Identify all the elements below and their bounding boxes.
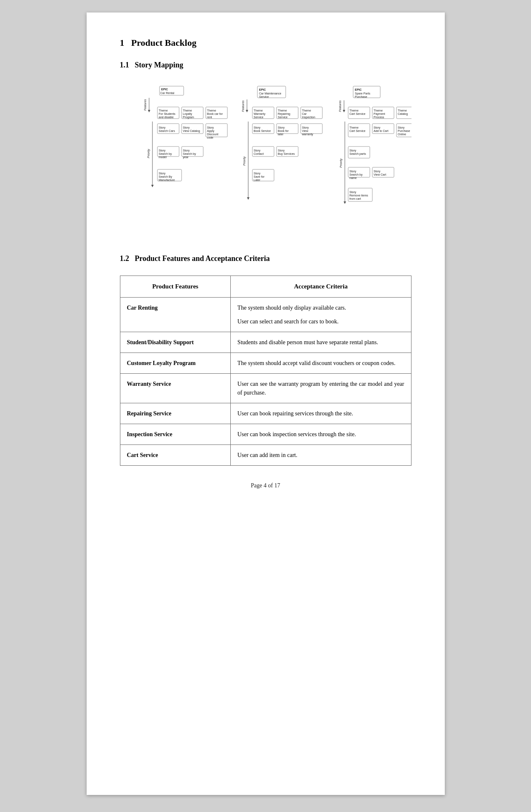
svg-text:Theme: Theme <box>207 109 216 112</box>
svg-text:Online: Online <box>398 133 406 136</box>
criteria-cell: User can see the warranty program by ent… <box>231 373 411 403</box>
col-acceptance-criteria-header: Acceptance Criteria <box>231 276 411 298</box>
svg-text:later: later <box>278 133 284 136</box>
svg-text:Search By: Search By <box>159 175 172 179</box>
svg-text:Story: Story <box>159 149 166 152</box>
svg-text:Story: Story <box>159 126 166 129</box>
svg-text:Theme: Theme <box>254 109 263 112</box>
table-row: Repairing ServiceUser can book repairing… <box>120 403 411 424</box>
svg-text:Book car for: Book car for <box>207 112 223 115</box>
svg-text:Story: Story <box>349 149 356 152</box>
svg-text:Search by: Search by <box>183 152 196 156</box>
svg-text:Theme: Theme <box>374 109 383 112</box>
col-product-features-header: Product Features <box>120 276 231 298</box>
svg-text:Book for: Book for <box>278 129 289 132</box>
svg-text:Contact: Contact <box>254 152 264 155</box>
criteria-cell: The system should only display available… <box>231 297 411 332</box>
svg-text:Warranty: Warranty <box>254 112 266 116</box>
svg-text:Manufacture: Manufacture <box>159 179 175 181</box>
svg-text:Features: Features <box>242 100 244 112</box>
svg-text:Program: Program <box>183 116 194 119</box>
svg-text:Features: Features <box>144 99 147 111</box>
svg-text:Story: Story <box>278 149 285 152</box>
svg-text:Repairing: Repairing <box>278 112 290 116</box>
svg-text:Discount: Discount <box>207 133 218 136</box>
svg-text:year: year <box>183 156 189 159</box>
svg-text:Add to Cart: Add to Cart <box>374 129 388 132</box>
svg-text:Story: Story <box>374 126 381 129</box>
feature-cell: Inspection Service <box>120 424 231 444</box>
criteria-cell: User can book repairing services through… <box>231 403 411 424</box>
svg-text:Search parts: Search parts <box>349 152 366 156</box>
svg-text:Buy Services: Buy Services <box>278 152 295 156</box>
svg-text:Service: Service <box>259 95 269 98</box>
svg-text:Remove items: Remove items <box>349 194 368 197</box>
svg-text:Story: Story <box>302 126 309 129</box>
svg-text:Book Service: Book Service <box>254 129 271 132</box>
svg-text:Priority: Priority <box>339 159 343 168</box>
table-row: Cart ServiceUser can add item in cart. <box>120 444 411 465</box>
section-1-title: 1 Product Backlog <box>120 37 411 48</box>
svg-text:Save for: Save for <box>254 175 265 178</box>
svg-text:Cart Service: Cart Service <box>349 112 366 115</box>
svg-text:Payment: Payment <box>374 112 385 116</box>
criteria-cell: The system should accept valid discount … <box>231 353 411 373</box>
feature-cell: Customer Loyalty Program <box>120 353 231 373</box>
section-1-2: 1.2 Product Features and Acceptance Crit… <box>120 254 411 466</box>
svg-text:EPIC: EPIC <box>355 88 361 91</box>
svg-text:Theme: Theme <box>349 126 359 129</box>
svg-text:Purchase: Purchase <box>398 129 410 132</box>
svg-text:Later: Later <box>254 179 261 181</box>
story-map-diagram: EPIC Car Rental Features Theme For Stude… <box>120 82 411 238</box>
page-container: 1 Product Backlog 1.1 Story Mapping EPIC… <box>87 12 445 795</box>
svg-text:code: code <box>207 136 213 139</box>
svg-text:Story: Story <box>349 191 356 194</box>
svg-text:Story: Story <box>278 126 285 129</box>
svg-text:and disable: and disable <box>159 116 174 119</box>
svg-text:Loyalty: Loyalty <box>183 112 192 116</box>
feature-cell: Student/Disability Support <box>120 332 231 353</box>
table-row: Warranty ServiceUser can see the warrant… <box>120 373 411 403</box>
criteria-cell: Students and disable person must have se… <box>231 332 411 353</box>
criteria-cell: User can book inspection services throug… <box>231 424 411 444</box>
svg-text:warranty: warranty <box>302 133 313 136</box>
svg-text:Story: Story <box>374 170 381 173</box>
svg-text:EPIC: EPIC <box>161 88 168 91</box>
svg-text:rent: rent <box>207 116 212 119</box>
svg-text:Service: Service <box>278 116 287 119</box>
svg-text:Features: Features <box>339 100 342 112</box>
svg-text:Story: Story <box>349 170 356 173</box>
svg-text:Search by: Search by <box>349 173 363 176</box>
svg-text:Apply: Apply <box>207 129 214 133</box>
svg-text:Process: Process <box>374 116 384 119</box>
svg-text:Priority: Priority <box>147 149 150 158</box>
svg-text:Theme: Theme <box>159 109 168 112</box>
svg-text:Purchase: Purchase <box>355 95 367 98</box>
svg-text:Theme: Theme <box>349 109 359 112</box>
svg-text:Story: Story <box>183 126 190 129</box>
svg-text:View Cart: View Cart <box>374 173 386 176</box>
svg-text:Story: Story <box>254 172 261 175</box>
svg-text:Story: Story <box>159 172 166 175</box>
feature-cell: Repairing Service <box>120 403 231 424</box>
table-row: Customer Loyalty ProgramThe system shoul… <box>120 353 411 373</box>
svg-text:Car Rental: Car Rental <box>160 92 175 94</box>
table-row: Car RentingThe system should only displa… <box>120 297 411 332</box>
feature-cell: Cart Service <box>120 444 231 465</box>
svg-text:Search by: Search by <box>159 152 172 156</box>
svg-text:View Catalog: View Catalog <box>183 129 200 133</box>
svg-text:Theme: Theme <box>183 109 192 112</box>
svg-text:Spare Parts: Spare Parts <box>355 92 370 95</box>
svg-text:Story: Story <box>207 126 214 129</box>
svg-text:Theme: Theme <box>398 109 407 112</box>
svg-text:Story: Story <box>398 126 405 129</box>
feature-cell: Car Renting <box>120 297 231 332</box>
svg-text:Search Cars: Search Cars <box>159 129 175 132</box>
svg-text:from cart: from cart <box>349 197 361 200</box>
svg-text:View: View <box>302 129 309 132</box>
svg-text:Theme: Theme <box>278 109 287 112</box>
features-table: Product Features Acceptance Criteria Car… <box>120 276 411 466</box>
story-map-svg: EPIC Car Rental Features Theme For Stude… <box>120 82 411 236</box>
svg-text:model: model <box>159 156 167 159</box>
svg-text:name: name <box>349 176 357 179</box>
